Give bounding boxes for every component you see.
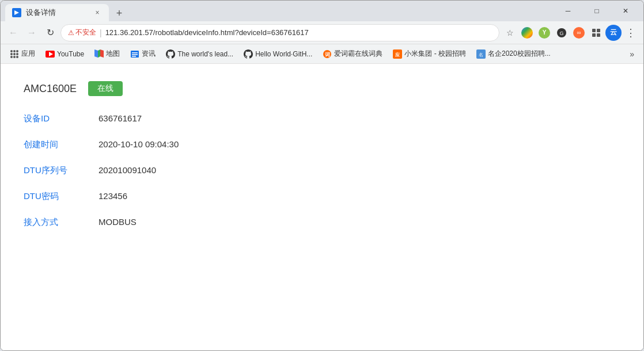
maps-icon: [94, 49, 104, 59]
github-icon: [166, 49, 175, 59]
bookmark-news[interactable]: 资讯: [126, 47, 160, 61]
bookmark-maps[interactable]: 地图: [90, 47, 124, 61]
svg-rect-3: [597, 29, 600, 32]
xiaomi-label: 小米集团 - 校园招聘: [404, 49, 466, 59]
jobs-icon: 名: [476, 49, 486, 59]
title-bar: 设备详情 × + ─ □ ✕: [1, 1, 643, 21]
minimize-button[interactable]: ─: [555, 1, 581, 21]
status-badge: 在线: [88, 81, 123, 96]
svg-rect-2: [592, 29, 596, 32]
label-device-id: 设备ID: [24, 113, 99, 124]
maximize-button[interactable]: □: [584, 1, 610, 21]
security-label: 不安全: [75, 28, 96, 37]
ext-icon3: ∞: [573, 27, 585, 39]
refresh-button[interactable]: ↻: [42, 25, 58, 41]
apps-grid-icon: [10, 49, 19, 59]
svg-rect-5: [597, 33, 600, 37]
device-header: AMC1600E 在线: [24, 81, 620, 96]
more-bookmarks-button[interactable]: »: [625, 47, 639, 61]
tab-favicon: [12, 8, 21, 17]
ext-button3[interactable]: ∞: [571, 25, 587, 41]
url-divider: |: [100, 28, 102, 37]
more-bookmarks-icon: »: [630, 49, 634, 59]
value-device-id: 636761617: [99, 113, 142, 123]
ext-avatar-button[interactable]: Y: [536, 25, 552, 41]
svg-text:名: 名: [479, 52, 483, 58]
info-row-dtu-serial: DTU序列号 202010091040: [24, 165, 620, 176]
value-dtu-serial: 202010091040: [99, 165, 156, 175]
xiaomi-icon: 应: [393, 49, 402, 59]
bookmark-xiaomi[interactable]: 应 小米集团 - 校园招聘: [388, 47, 471, 61]
github-label: The world's lead...: [177, 50, 233, 58]
puzzle-icon: [592, 28, 601, 37]
bookmark-youtube[interactable]: YouTube: [41, 47, 89, 61]
profile-label: 云: [610, 28, 617, 37]
svg-marker-10: [98, 49, 100, 58]
window-controls: ─ □ ✕: [555, 1, 639, 21]
apps-label: 应用: [21, 49, 35, 59]
maps-label: 地图: [106, 49, 120, 59]
ext-avatar-icon: Y: [539, 27, 550, 39]
news-label: 资讯: [142, 49, 156, 59]
ext-button2[interactable]: G: [554, 25, 570, 41]
globe-button[interactable]: [519, 25, 535, 41]
svg-marker-9: [94, 49, 98, 58]
value-access-method: MODBUS: [99, 217, 137, 227]
close-button[interactable]: ✕: [612, 1, 639, 21]
security-indicator: ⚠ 不安全: [68, 28, 96, 37]
bookmarks-bar: 应用 YouTube 地图: [1, 44, 643, 64]
svg-rect-4: [592, 33, 596, 37]
info-row-access-method: 接入方式 MODBUS: [24, 217, 620, 228]
info-row-dtu-password: DTU密码 123456: [24, 191, 620, 202]
bookmark-github2[interactable]: Hello World·GitH...: [239, 47, 317, 61]
youtube-icon: [46, 49, 55, 59]
bookmark-star-button[interactable]: ☆: [502, 25, 518, 41]
toolbar-icons: ☆ Y G ∞: [502, 25, 639, 41]
youtube-label: YouTube: [57, 50, 84, 58]
bookmark-jobs[interactable]: 名 名企2020校园招聘...: [472, 47, 555, 61]
bookmark-github[interactable]: The world's lead...: [161, 47, 238, 61]
label-dtu-serial: DTU序列号: [24, 165, 99, 176]
svg-rect-14: [132, 54, 138, 55]
github-ext-icon: G: [556, 28, 567, 38]
news-icon: [130, 49, 139, 59]
tab-title: 设备详情: [26, 7, 88, 18]
svg-rect-15: [132, 56, 136, 57]
github2-label: Hello World·GitH...: [255, 50, 312, 58]
github2-icon: [244, 49, 253, 59]
forward-button[interactable]: →: [24, 25, 40, 41]
svg-text:词: 词: [325, 52, 330, 58]
jobs-label: 名企2020校园招聘...: [488, 49, 551, 59]
label-create-time: 创建时间: [24, 139, 99, 150]
active-tab[interactable]: 设备详情 ×: [5, 4, 109, 21]
new-tab-button[interactable]: +: [111, 5, 127, 21]
page-content: AMC1600E 在线 设备ID 636761617 创建时间 2020-10-…: [1, 64, 643, 350]
profile-button[interactable]: 云: [605, 25, 622, 41]
bookmark-apps[interactable]: 应用: [5, 47, 40, 61]
device-name: AMC1600E: [24, 83, 77, 95]
svg-marker-11: [100, 49, 104, 58]
label-dtu-password: DTU密码: [24, 191, 99, 202]
svg-text:应: 应: [395, 52, 400, 58]
value-create-time: 2020-10-10 09:04:30: [99, 139, 179, 149]
url-bar[interactable]: ⚠ 不安全 | 121.36.201.57/robotlab/deviceInf…: [60, 24, 499, 41]
url-text: 121.36.201.57/robotlab/deviceInfo.html?d…: [105, 28, 492, 37]
info-row-create-time: 创建时间 2020-10-10 09:04:30: [24, 139, 620, 150]
dict-icon: 词: [323, 49, 332, 59]
menu-button[interactable]: ⋮: [623, 25, 639, 41]
svg-rect-13: [132, 52, 138, 54]
dict-label: 爱词霸在线词典: [334, 49, 382, 59]
browser-window: 设备详情 × + ─ □ ✕ ← → ↻ ⚠ 不安全 | 121.36.201.…: [0, 0, 644, 351]
value-dtu-password: 123456: [99, 191, 127, 201]
address-bar: ← → ↻ ⚠ 不安全 | 121.36.201.57/robotlab/dev…: [1, 21, 643, 44]
tab-close-button[interactable]: ×: [93, 8, 102, 17]
label-access-method: 接入方式: [24, 217, 99, 228]
globe-icon: [521, 27, 533, 39]
back-button[interactable]: ←: [5, 25, 21, 41]
bookmark-dict[interactable]: 词 爱词霸在线词典: [318, 47, 387, 61]
extensions-button[interactable]: [588, 25, 604, 41]
info-row-device-id: 设备ID 636761617: [24, 113, 620, 124]
tab-bar: 设备详情 × +: [5, 1, 555, 21]
warning-icon: ⚠: [68, 29, 74, 37]
svg-text:G: G: [559, 30, 563, 36]
